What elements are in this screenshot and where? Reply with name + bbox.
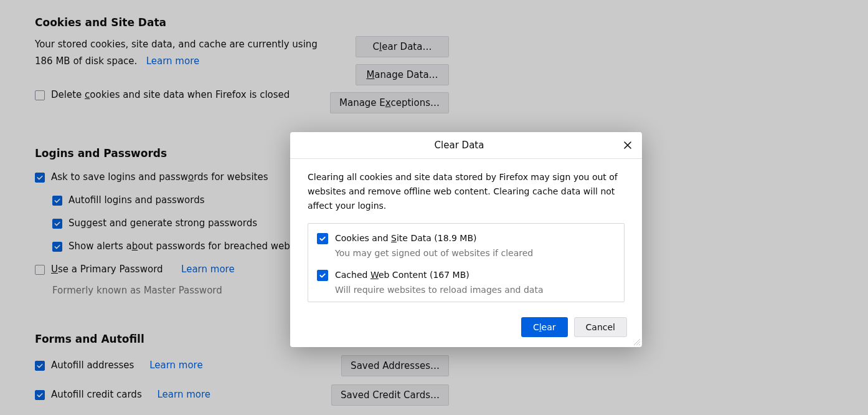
autofill-credit-cards-learn-more-link[interactable]: Learn more (158, 384, 211, 405)
autofill-credit-cards-checkbox[interactable] (35, 390, 45, 400)
autofill-logins-checkbox[interactable] (52, 196, 62, 206)
manage-exceptions-button[interactable]: Manage Exceptions… (330, 92, 449, 113)
saved-credit-cards-button[interactable]: Saved Credit Cards… (331, 384, 449, 406)
windows-auth-label: Require Windows authentication to autofi… (68, 411, 386, 415)
cached-web-content-option-sub: Will require websites to reload images a… (335, 284, 543, 295)
breach-alerts-label: Show alerts about passwords for breached… (68, 236, 312, 257)
manage-data-button[interactable]: Manage Data… (356, 64, 449, 85)
dialog-footer: Clear Cancel (290, 312, 642, 347)
dialog-close-button[interactable] (621, 138, 634, 152)
resize-grip-icon[interactable] (633, 338, 641, 346)
ask-save-logins-label: Ask to save logins and passwords for web… (51, 167, 268, 188)
cookies-site-data-checkbox[interactable] (317, 233, 328, 244)
autofill-logins-label: Autofill logins and passwords (68, 190, 205, 211)
autofill-addresses-checkbox[interactable] (35, 361, 45, 371)
primary-password-label: Use a Primary Password (51, 259, 163, 280)
dialog-header: Clear Data (290, 132, 642, 159)
primary-password-learn-more-link[interactable]: Learn more (181, 259, 235, 280)
clear-data-button[interactable]: Clear Data… (356, 36, 449, 57)
dialog-message: Clearing all cookies and site data store… (308, 170, 625, 213)
breach-alerts-checkbox[interactable] (52, 242, 62, 252)
delete-on-close-label: Delete cookies and site data when Firefo… (51, 85, 290, 105)
dialog-title: Clear Data (298, 140, 621, 151)
windows-auth-learn-more-link[interactable]: Learn more (402, 411, 449, 415)
dialog-options-box: Cookies and Site Data (18.9 MB) You may … (308, 223, 625, 302)
clear-data-dialog: Clear Data Clearing all cookies and site… (290, 132, 642, 347)
saved-addresses-button[interactable]: Saved Addresses… (341, 355, 449, 376)
cookies-learn-more-link[interactable]: Learn more (146, 55, 200, 67)
dialog-cancel-button[interactable]: Cancel (574, 317, 627, 337)
cookies-site-data-option-sub: You may get signed out of websites if cl… (335, 247, 533, 259)
dialog-clear-button[interactable]: Clear (521, 317, 568, 337)
autofill-addresses-label: Autofill addresses (51, 355, 134, 376)
close-icon (623, 141, 632, 150)
delete-on-close-checkbox[interactable] (35, 90, 45, 100)
autofill-credit-cards-label: Autofill credit cards (51, 384, 142, 405)
section-title-cookies: Cookies and Site Data (35, 16, 833, 29)
suggest-passwords-checkbox[interactable] (52, 219, 62, 229)
autofill-addresses-learn-more-link[interactable]: Learn more (149, 355, 203, 376)
cookies-site-data-option-label: Cookies and Site Data (18.9 MB) (335, 232, 533, 244)
suggest-passwords-label: Suggest and generate strong passwords (68, 213, 257, 234)
primary-password-checkbox[interactable] (35, 265, 45, 275)
cached-web-content-option-label: Cached Web Content (167 MB) (335, 269, 543, 280)
cached-web-content-checkbox[interactable] (317, 270, 328, 281)
ask-save-logins-checkbox[interactable] (35, 173, 45, 183)
